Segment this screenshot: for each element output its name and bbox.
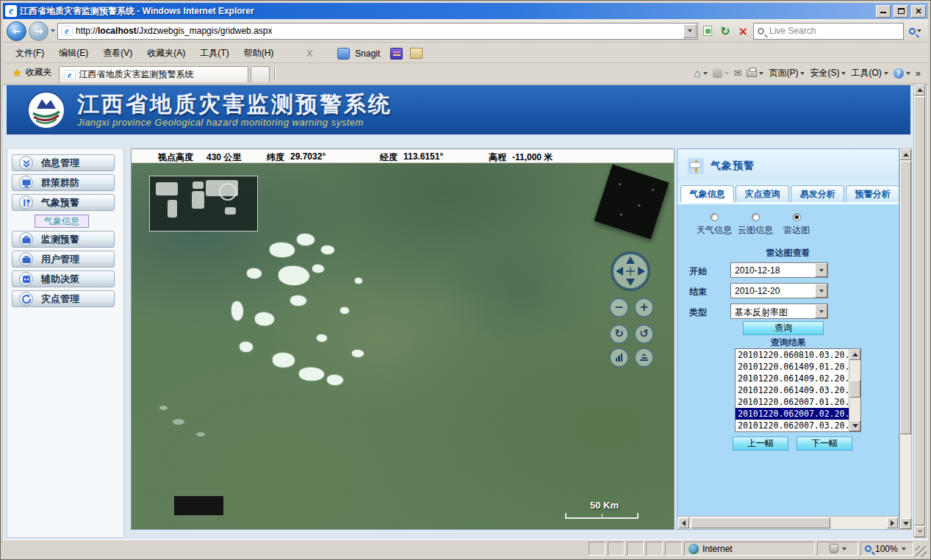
- radio-icon[interactable]: [711, 213, 719, 221]
- safety-menu-button[interactable]: 安全(S): [810, 67, 846, 79]
- snagit-capture-icon[interactable]: [390, 48, 403, 60]
- menu-edit[interactable]: 编辑(E): [52, 44, 95, 62]
- scroll-down-button[interactable]: [849, 420, 860, 431]
- tab-weather-info[interactable]: 气象信息: [680, 185, 734, 202]
- menu-favorites[interactable]: 收藏夹(A): [140, 44, 192, 62]
- address-input[interactable]: e http://localhost/Jxdzwebgis_mapgis/gri…: [57, 23, 698, 40]
- sidebar-item-monitor-warning[interactable]: 监测预警: [12, 231, 115, 248]
- satellite-map[interactable]: − + ↻ ↺ 50 Km: [132, 163, 674, 529]
- end-date-select[interactable]: 2010-12-20: [730, 283, 828, 298]
- close-button[interactable]: ×: [911, 5, 926, 18]
- feeds-button[interactable]: [713, 68, 729, 78]
- list-scrollbar[interactable]: [849, 349, 860, 431]
- snagit-open-icon[interactable]: [410, 48, 423, 59]
- list-item[interactable]: 20101220.061409.02.20.: [736, 373, 860, 384]
- scroll-thumb[interactable]: [691, 517, 830, 528]
- list-item[interactable]: 20101220.061409.03.20.: [736, 384, 860, 396]
- panel-horizontal-scrollbar[interactable]: [677, 516, 899, 529]
- type-select[interactable]: 基本反射率图: [730, 304, 828, 319]
- dropdown-button[interactable]: [815, 284, 827, 298]
- snagit-label[interactable]: Snagit: [355, 49, 380, 59]
- dropdown-button[interactable]: [815, 263, 827, 277]
- sidebar-subitem-weather-info[interactable]: 气象信息: [35, 215, 89, 228]
- sidebar-item-user-management[interactable]: 用户管理: [12, 251, 115, 268]
- forward-button[interactable]: →: [29, 21, 48, 41]
- list-item[interactable]: 20101220.061409.01.20.: [736, 361, 860, 373]
- scroll-down-button[interactable]: [900, 518, 911, 529]
- search-options-icon[interactable]: [917, 29, 921, 32]
- radio-checked-icon[interactable]: [793, 213, 801, 221]
- stop-button[interactable]: ×: [736, 22, 751, 40]
- rotate-ccw-icon[interactable]: ↺: [634, 324, 654, 344]
- tab-warning-analysis[interactable]: 预警分析: [846, 185, 899, 202]
- site-subtitle: Jiangxi province Geological hazard monit…: [77, 117, 392, 128]
- sidebar-item-weather-warning[interactable]: 气象预警: [12, 194, 115, 211]
- disaster-icon: [19, 292, 33, 306]
- tab-disaster-query[interactable]: 灾点查询: [736, 185, 789, 202]
- sidebar-item-info-management[interactable]: 信息管理: [12, 154, 115, 171]
- favorites-button[interactable]: ★ 收藏夹: [6, 63, 59, 82]
- zoom-in-button[interactable]: +: [634, 298, 654, 317]
- zoom-level-button[interactable]: 100%: [860, 542, 913, 556]
- scroll-right-button[interactable]: [887, 517, 898, 528]
- map-pan-control[interactable]: [609, 250, 652, 292]
- scroll-thumb[interactable]: [849, 380, 860, 398]
- radio-icon[interactable]: [752, 213, 760, 221]
- radio-cloud-image[interactable]: 云图信息: [735, 213, 776, 237]
- address-dropdown-button[interactable]: [683, 24, 697, 38]
- scroll-thumb[interactable]: [914, 96, 925, 525]
- radio-weather-info[interactable]: 天气信息: [694, 213, 735, 237]
- back-button[interactable]: ←: [7, 21, 26, 41]
- refresh-button[interactable]: ↻: [717, 22, 733, 40]
- tools-menu-button[interactable]: 工具(O): [851, 67, 888, 79]
- help-button[interactable]: ?: [894, 68, 910, 79]
- tilt-up-button[interactable]: [609, 348, 629, 367]
- menu-file[interactable]: 文件(F): [9, 44, 51, 62]
- compatibility-view-button[interactable]: [700, 22, 715, 40]
- list-item-selected[interactable]: 20101220.062007.02.20.: [736, 408, 860, 420]
- tilt-down-button[interactable]: [634, 348, 654, 367]
- list-item[interactable]: 20101220.062007.01.20.: [736, 396, 860, 408]
- page-tab[interactable]: e 江西省地质灾害监测预警系统: [59, 66, 248, 82]
- sidebar-item-disaster-management[interactable]: 灾点管理: [12, 290, 115, 307]
- menu-help[interactable]: 帮助(H): [237, 44, 281, 62]
- home-button[interactable]: ⌂: [694, 68, 707, 79]
- scroll-down-button[interactable]: [914, 526, 925, 537]
- scroll-left-button[interactable]: [678, 517, 689, 528]
- new-tab-button[interactable]: [251, 66, 270, 82]
- scroll-up-button[interactable]: [900, 149, 911, 160]
- menu-view[interactable]: 查看(V): [96, 44, 139, 62]
- search-input[interactable]: [768, 25, 899, 37]
- scroll-up-button[interactable]: [914, 85, 925, 96]
- snagit-toolbar-close-button[interactable]: X: [301, 49, 318, 59]
- menu-tools[interactable]: 工具(T): [193, 44, 235, 62]
- read-mail-button[interactable]: ✉: [734, 68, 742, 78]
- page-menu-button[interactable]: 页面(P): [769, 67, 805, 79]
- query-button[interactable]: 查询: [743, 321, 824, 335]
- sidebar-item-group-prevention[interactable]: 群策群防: [12, 174, 115, 191]
- sidebar-item-decision-support[interactable]: 辅助决策: [12, 270, 115, 287]
- copyright-placeholder: [174, 496, 223, 515]
- search-go-button[interactable]: [906, 22, 924, 40]
- tab-susceptibility-analysis[interactable]: 易发分析: [791, 185, 844, 202]
- toolbar-overflow-button[interactable]: »: [916, 68, 921, 79]
- start-date-select[interactable]: 2010-12-18: [730, 262, 828, 278]
- protected-mode-button[interactable]: [817, 542, 858, 556]
- panel-vertical-scrollbar[interactable]: [899, 148, 912, 530]
- scroll-thumb[interactable]: [900, 161, 911, 434]
- dropdown-button[interactable]: [815, 304, 827, 318]
- next-image-button[interactable]: 下一幅: [797, 437, 852, 450]
- radio-radar-image[interactable]: 雷达图: [776, 213, 817, 237]
- minimize-button[interactable]: [876, 5, 891, 18]
- previous-image-button[interactable]: 上一幅: [733, 437, 788, 450]
- history-dropdown-icon[interactable]: [51, 29, 55, 32]
- scroll-up-button[interactable]: [849, 349, 860, 360]
- list-item[interactable]: 20101220.060810.03.20.: [736, 349, 860, 361]
- maximize-button[interactable]: [894, 5, 908, 18]
- list-item[interactable]: 20101220.062007.03.20.: [736, 420, 860, 431]
- print-button[interactable]: [747, 70, 763, 77]
- snagit-icon[interactable]: [337, 48, 350, 60]
- zoom-out-button[interactable]: −: [609, 298, 629, 317]
- page-vertical-scrollbar[interactable]: [913, 84, 927, 538]
- rotate-cw-icon[interactable]: ↻: [609, 324, 629, 344]
